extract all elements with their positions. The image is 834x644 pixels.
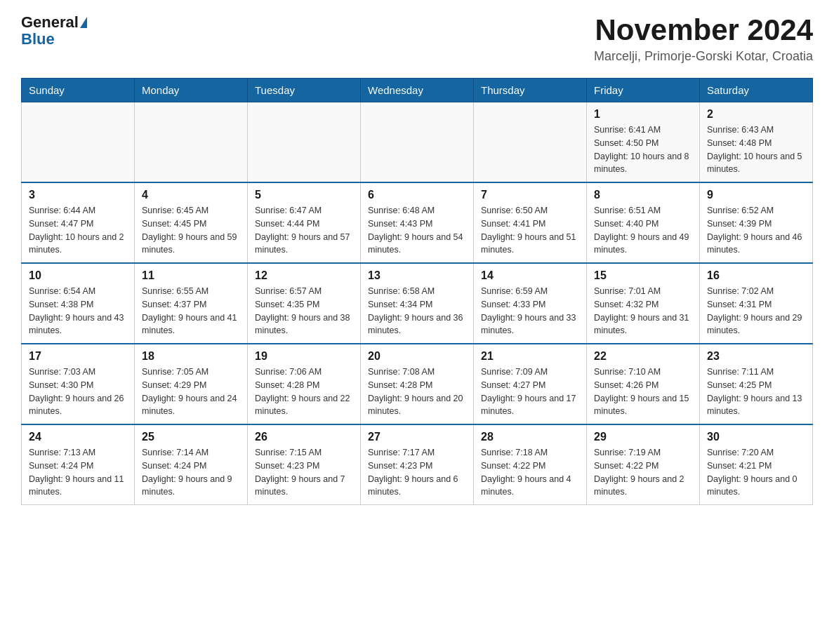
day-info: Sunrise: 6:55 AMSunset: 4:37 PMDaylight:… [142,285,240,337]
day-info-line: Sunrise: 7:13 AM [29,446,127,459]
day-info: Sunrise: 7:18 AMSunset: 4:22 PMDaylight:… [481,446,579,499]
day-info-line: Daylight: 9 hours and 7 minutes. [255,473,353,499]
calendar-header-friday: Friday [587,79,700,102]
day-info-line: Sunset: 4:21 PM [707,459,805,473]
day-info-line: Sunset: 4:38 PM [29,298,127,311]
calendar-cell: 29Sunrise: 7:19 AMSunset: 4:22 PMDayligh… [587,424,700,505]
day-info: Sunrise: 7:01 AMSunset: 4:32 PMDaylight:… [594,285,692,337]
day-info-line: Sunrise: 7:17 AM [368,446,466,459]
calendar-cell [474,102,587,183]
day-info-line: Sunset: 4:24 PM [142,459,240,473]
day-info-line: Sunset: 4:43 PM [368,217,466,231]
day-info-line: Sunrise: 6:54 AM [29,285,127,298]
day-info-line: Sunrise: 7:14 AM [142,446,240,459]
day-info-line: Sunset: 4:35 PM [255,298,353,311]
day-info-line: Daylight: 9 hours and 54 minutes. [368,231,466,257]
day-info-line: Sunset: 4:34 PM [368,298,466,311]
day-info-line: Sunset: 4:28 PM [368,379,466,392]
day-number: 29 [594,431,692,443]
day-info: Sunrise: 6:44 AMSunset: 4:47 PMDaylight:… [29,204,127,257]
day-info-line: Daylight: 9 hours and 51 minutes. [481,231,579,257]
day-info-line: Sunrise: 7:18 AM [481,446,579,459]
calendar-cell: 2Sunrise: 6:43 AMSunset: 4:48 PMDaylight… [700,102,813,183]
day-info-line: Sunrise: 6:43 AM [707,123,805,137]
day-info-line: Daylight: 10 hours and 5 minutes. [707,150,805,177]
day-number: 27 [368,431,466,443]
day-info-line: Daylight: 9 hours and 17 minutes. [481,392,579,419]
calendar-cell: 3Sunrise: 6:44 AMSunset: 4:47 PMDaylight… [22,182,135,263]
day-info-line: Daylight: 9 hours and 46 minutes. [707,231,805,257]
day-info: Sunrise: 6:57 AMSunset: 4:35 PMDaylight:… [255,285,353,337]
day-number: 24 [29,431,127,443]
day-info-line: Daylight: 9 hours and 43 minutes. [29,311,127,338]
calendar-week-row: 24Sunrise: 7:13 AMSunset: 4:24 PMDayligh… [22,424,813,505]
day-info-line: Sunrise: 6:44 AM [29,204,127,217]
calendar-cell: 28Sunrise: 7:18 AMSunset: 4:22 PMDayligh… [474,424,587,505]
day-number: 3 [29,189,127,201]
calendar-header-wednesday: Wednesday [361,79,474,102]
day-info-line: Sunset: 4:23 PM [368,459,466,473]
day-info-line: Sunrise: 7:19 AM [594,446,692,459]
day-number: 28 [481,431,579,443]
day-info: Sunrise: 7:05 AMSunset: 4:29 PMDaylight:… [142,365,240,418]
day-info-line: Daylight: 10 hours and 2 minutes. [29,231,127,257]
day-number: 16 [707,269,805,282]
day-info-line: Sunrise: 7:11 AM [707,365,805,379]
day-info-line: Sunset: 4:28 PM [255,379,353,392]
day-info-line: Daylight: 9 hours and 57 minutes. [255,231,353,257]
calendar-cell: 8Sunrise: 6:51 AMSunset: 4:40 PMDaylight… [587,182,700,263]
day-info-line: Daylight: 9 hours and 26 minutes. [29,392,127,419]
day-info-line: Sunset: 4:40 PM [594,217,692,231]
calendar-cell: 23Sunrise: 7:11 AMSunset: 4:25 PMDayligh… [700,344,813,424]
page-header: General Blue November 2024 Marcelji, Pri… [21,14,813,64]
day-info-line: Sunset: 4:50 PM [594,137,692,150]
day-info-line: Daylight: 9 hours and 9 minutes. [142,473,240,499]
day-info-line: Sunrise: 6:58 AM [368,285,466,298]
logo-triangle-icon [80,17,87,28]
day-info-line: Sunrise: 6:41 AM [594,123,692,137]
calendar-cell: 12Sunrise: 6:57 AMSunset: 4:35 PMDayligh… [248,263,361,344]
day-info: Sunrise: 6:43 AMSunset: 4:48 PMDaylight:… [707,123,805,176]
calendar-header-monday: Monday [135,79,248,102]
day-info-line: Sunset: 4:22 PM [594,459,692,473]
day-info: Sunrise: 6:54 AMSunset: 4:38 PMDaylight:… [29,285,127,337]
day-number: 4 [142,189,240,201]
day-info: Sunrise: 7:19 AMSunset: 4:22 PMDaylight:… [594,446,692,499]
calendar-cell [22,102,135,183]
day-info-line: Daylight: 9 hours and 29 minutes. [707,311,805,338]
day-info-line: Daylight: 9 hours and 0 minutes. [707,473,805,499]
day-number: 13 [368,269,466,282]
calendar-cell: 21Sunrise: 7:09 AMSunset: 4:27 PMDayligh… [474,344,587,424]
day-info-line: Sunset: 4:30 PM [29,379,127,392]
day-number: 15 [594,269,692,282]
day-info-line: Sunset: 4:29 PM [142,379,240,392]
day-info-line: Sunrise: 7:09 AM [481,365,579,379]
day-info-line: Sunrise: 6:55 AM [142,285,240,298]
day-number: 1 [594,108,692,121]
day-info-line: Sunset: 4:47 PM [29,217,127,231]
day-number: 21 [481,350,579,363]
day-info: Sunrise: 6:50 AMSunset: 4:41 PMDaylight:… [481,204,579,257]
day-number: 23 [707,350,805,363]
day-info-line: Sunrise: 6:52 AM [707,204,805,217]
day-info: Sunrise: 7:20 AMSunset: 4:21 PMDaylight:… [707,446,805,499]
calendar-header-thursday: Thursday [474,79,587,102]
day-info-line: Sunrise: 6:45 AM [142,204,240,217]
day-number: 22 [594,350,692,363]
day-number: 10 [29,269,127,282]
logo-blue-text: Blue [21,30,55,48]
day-info: Sunrise: 6:41 AMSunset: 4:50 PMDaylight:… [594,123,692,176]
day-info: Sunrise: 6:45 AMSunset: 4:45 PMDaylight:… [142,204,240,257]
calendar-cell: 13Sunrise: 6:58 AMSunset: 4:34 PMDayligh… [361,263,474,344]
day-info-line: Sunset: 4:45 PM [142,217,240,231]
calendar-header-tuesday: Tuesday [248,79,361,102]
calendar-cell [135,102,248,183]
day-info-line: Sunrise: 6:51 AM [594,204,692,217]
calendar-cell: 10Sunrise: 6:54 AMSunset: 4:38 PMDayligh… [22,263,135,344]
calendar-cell: 30Sunrise: 7:20 AMSunset: 4:21 PMDayligh… [700,424,813,505]
day-info-line: Sunset: 4:32 PM [594,298,692,311]
day-info-line: Daylight: 9 hours and 13 minutes. [707,392,805,419]
day-info: Sunrise: 7:09 AMSunset: 4:27 PMDaylight:… [481,365,579,418]
day-info: Sunrise: 7:08 AMSunset: 4:28 PMDaylight:… [368,365,466,418]
day-number: 11 [142,269,240,282]
